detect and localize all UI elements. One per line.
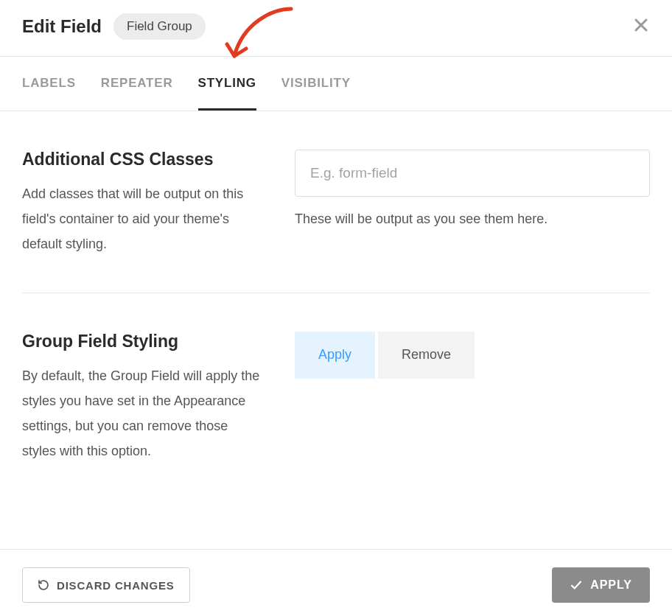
section-additional-css: Additional CSS Classes Add classes that … bbox=[22, 111, 650, 293]
css-classes-heading: Additional CSS Classes bbox=[22, 150, 265, 169]
discard-changes-button[interactable]: DISCARD CHANGES bbox=[22, 567, 190, 603]
undo-icon bbox=[38, 579, 49, 591]
check-icon bbox=[570, 578, 583, 592]
tab-styling[interactable]: STYLING bbox=[198, 57, 256, 111]
modal-title: Edit Field bbox=[22, 16, 102, 37]
discard-label: DISCARD CHANGES bbox=[57, 579, 175, 592]
tab-visibility[interactable]: VISIBILITY bbox=[281, 57, 351, 111]
tab-bar: LABELS REPEATER STYLING VISIBILITY bbox=[0, 57, 672, 111]
css-classes-description: Add classes that will be output on this … bbox=[22, 181, 265, 257]
group-styling-toggle: Apply Remove bbox=[295, 332, 650, 379]
tab-content: Additional CSS Classes Add classes that … bbox=[0, 111, 672, 499]
css-classes-input[interactable] bbox=[295, 150, 650, 197]
group-styling-description: By default, the Group Field will apply t… bbox=[22, 363, 265, 464]
modal-footer: DISCARD CHANGES APPLY bbox=[0, 549, 672, 616]
close-button[interactable] bbox=[632, 16, 650, 34]
section-group-styling: Group Field Styling By default, the Grou… bbox=[22, 293, 650, 500]
field-type-pill: Field Group bbox=[113, 13, 206, 40]
group-styling-apply-option[interactable]: Apply bbox=[295, 332, 375, 379]
css-classes-helper: These will be output as you see them her… bbox=[295, 211, 650, 227]
tab-labels[interactable]: LABELS bbox=[22, 57, 76, 111]
group-styling-heading: Group Field Styling bbox=[22, 332, 265, 351]
group-styling-remove-option[interactable]: Remove bbox=[378, 332, 475, 379]
modal-header: Edit Field Field Group bbox=[0, 0, 672, 57]
apply-label: APPLY bbox=[590, 578, 632, 592]
tab-repeater[interactable]: REPEATER bbox=[101, 57, 173, 111]
close-icon bbox=[632, 16, 650, 34]
apply-button[interactable]: APPLY bbox=[552, 567, 650, 603]
